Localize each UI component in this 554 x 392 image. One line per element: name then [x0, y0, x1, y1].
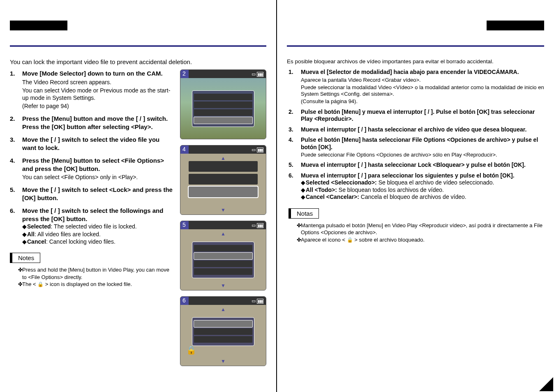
up-arrow-icon: ▲	[184, 156, 263, 160]
screenshot-5: 5 ▲ ▼	[180, 221, 266, 291]
down-arrow-icon: ▼	[184, 284, 263, 288]
header-tab-right	[487, 21, 544, 30]
step-title: Move the [ / ] switch to select the vide…	[22, 136, 174, 152]
step-num: 3.	[10, 136, 22, 152]
screenshot-4: 4 ▲ ▼	[180, 145, 266, 215]
up-arrow-icon: ▲	[184, 307, 263, 311]
step-num: 2.	[10, 115, 22, 131]
bullet-label: Cancel <Cancelar>:	[306, 194, 359, 200]
bullet-text: Cancela el bloqueo de archivos de vídeo.	[359, 194, 466, 200]
step-title: Press the [OK] button after selecting <P…	[22, 123, 174, 131]
menu-overlay	[192, 90, 254, 127]
step-num: 6.	[10, 207, 22, 245]
bullet-label: Cancel	[27, 238, 46, 245]
notes-heading: Notas	[289, 208, 319, 219]
bullet-text: Se bloquea el archivo de vídeo seleccion…	[377, 179, 494, 186]
screenshot-badge: 2	[180, 69, 189, 78]
step-num: 5.	[10, 186, 22, 202]
step-num: 4.	[10, 157, 22, 181]
page-corner-icon	[539, 377, 553, 391]
step-sub: Puede seleccionar File Options <Opciones…	[301, 152, 544, 158]
intro-en: You can lock the important video file to…	[10, 58, 266, 65]
bullet-label: Selected <Seleccionado>:	[306, 179, 377, 186]
step-num: 1.	[10, 69, 22, 110]
step-title: Press the [Menu] button and move the [ /…	[22, 115, 174, 123]
steps-es: 1. Mueva el [Selector de modalidad] haci…	[289, 69, 544, 201]
intro-es: Es posible bloquear archivos de vídeo im…	[287, 58, 544, 65]
note-line: Press and hold the [Menu] button in Vide…	[22, 266, 174, 281]
bullet-label: All <Todo>:	[306, 187, 337, 193]
lock-icon: 🔒	[347, 237, 353, 243]
menu-overlay	[192, 242, 254, 278]
step-sub: You can select Video mode or Previous mo…	[22, 87, 174, 101]
divider	[10, 45, 266, 47]
step-sub: (Refer to page 94)	[22, 102, 174, 110]
step-title: Pulse el botón [Menu] y mueva el interru…	[301, 108, 544, 123]
step-sub: Aparece la pantalla Video Record <Grabar…	[301, 77, 544, 83]
step-num: 5.	[289, 161, 301, 169]
step-num: 3.	[289, 126, 301, 134]
bullet-label: Selected	[27, 223, 51, 230]
note-line: Aparece el icono < 🔒 > sobre el archivo …	[301, 236, 425, 244]
notes-body: ✤Press and hold the [Menu] button in Vid…	[10, 266, 174, 288]
step-title: Press the [Menu] button to select <File …	[22, 157, 174, 173]
steps-en: 1. Move [Mode Selector] down to turn on …	[10, 69, 174, 245]
step-num: 4.	[289, 136, 301, 158]
step-sub: Puede seleccionar la modalidad Video <Ví…	[301, 84, 544, 98]
card-batt-icon	[252, 298, 263, 304]
step-sub: (Consulte la página 94).	[301, 98, 544, 105]
screenshot-badge: 4	[180, 145, 189, 154]
step-title: Move [Mode Selector] down to turn on the…	[22, 69, 174, 78]
step-title: Mueva el interruptor [ / ] hasta selecci…	[301, 161, 544, 169]
note-line: The < 🔒 > icon is displayed on the locke…	[22, 281, 132, 288]
up-arrow-icon: ▲	[184, 232, 263, 236]
menu-overlay	[192, 317, 254, 346]
step-num: 6.	[289, 172, 301, 201]
step-num: 1.	[289, 69, 301, 105]
note-line: Mantenga pulsado el botón [Menu] en Vide…	[301, 222, 544, 236]
bullet-text: : Cancel locking video files.	[46, 238, 115, 245]
bullet-text: : All video files are locked.	[35, 231, 101, 238]
screenshot-badge: 5	[180, 221, 189, 229]
screenshot-2: 2	[180, 69, 266, 139]
bullet-text: Se bloquean todos los archivos de vídeo.	[337, 187, 444, 193]
step-sub: You can select <File Options> only in <P…	[22, 173, 174, 181]
card-batt-icon	[252, 147, 263, 152]
step-num: 2.	[289, 108, 301, 123]
step-title: Mueva el interruptor [ / ] hasta selecci…	[301, 126, 544, 134]
divider	[287, 45, 544, 47]
screenshot-6: 6 ▲ 🔒 ▼	[180, 296, 266, 366]
step-title: Mueva el interruptor [ / ] para seleccio…	[301, 172, 544, 180]
screenshot-column: 2 4 ▲ ▼	[180, 69, 266, 366]
lock-icon: 🔒	[186, 345, 195, 356]
bullet-text: : The selected video file is locked.	[51, 223, 137, 230]
header-tab-left	[10, 21, 67, 30]
bullet-label: All	[27, 231, 35, 238]
down-arrow-icon: ▼	[184, 208, 263, 212]
card-batt-icon	[252, 71, 263, 77]
step-title: Move the [ / ] switch to select the foll…	[22, 207, 174, 223]
card-batt-icon	[252, 223, 263, 228]
step-title: Move the [ / ] switch to select <Lock> a…	[22, 186, 174, 202]
notes-body: ✤Mantenga pulsado el botón [Menu] en Vid…	[289, 222, 544, 244]
step-sub: The Video Record screen appears.	[22, 78, 174, 86]
step-title: Pulse el botón [Menu] hasta seleccionar …	[301, 136, 544, 151]
notes-heading: Notes	[10, 253, 40, 263]
screenshot-badge: 6	[180, 296, 189, 305]
lock-icon: 🔒	[37, 281, 44, 287]
step-title: Mueva el [Selector de modalidad] hacia a…	[301, 69, 544, 76]
down-arrow-icon: ▼	[184, 359, 263, 363]
